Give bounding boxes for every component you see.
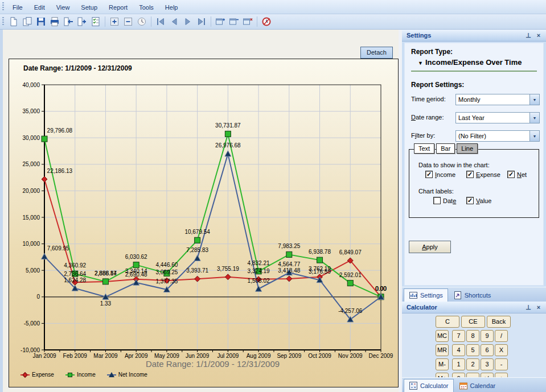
triangle-glyph (109, 372, 114, 377)
add-report-icon[interactable] (214, 15, 227, 28)
data-to-show-label: Data to show in the chart: (418, 162, 490, 168)
calc-button-8[interactable]: 8 (466, 330, 479, 342)
menu-tools[interactable]: Tools (133, 2, 159, 13)
checkbox-label: Expense (476, 171, 500, 178)
svg-text:7,983.25: 7,983.25 (278, 243, 300, 249)
calc-button-key[interactable]: - (495, 358, 508, 370)
last-record-icon[interactable] (195, 15, 208, 28)
calc-button-3[interactable]: 3 (481, 358, 494, 370)
backup-icon[interactable] (21, 15, 34, 28)
field-row-time-period-: Time period:Monthly▼ (402, 94, 546, 105)
menubar-grip-handle[interactable] (2, 2, 4, 11)
menu-view[interactable]: View (51, 2, 76, 13)
close-icon[interactable]: × (535, 31, 543, 39)
menu-report[interactable]: Report (103, 2, 133, 13)
close-report-icon[interactable] (241, 15, 254, 28)
previous-record-icon[interactable] (168, 15, 180, 28)
calc-button-4[interactable]: 4 (452, 344, 465, 356)
tab-text[interactable]: Text (414, 143, 434, 154)
checklist-icon[interactable] (89, 15, 102, 28)
calc-button-6[interactable]: 6 (481, 344, 494, 356)
calc-button-mr[interactable]: MR (436, 344, 449, 356)
checkbox-income[interactable]: ✓Income (425, 171, 455, 178)
close-icon[interactable]: × (535, 303, 543, 311)
menu-bar: FileEditViewSetupReportToolsHelp (0, 0, 546, 14)
next-record-icon[interactable] (182, 15, 194, 28)
combo-filter-by-[interactable]: (No Filter)▼ (455, 130, 540, 142)
menu-file[interactable]: File (7, 2, 28, 13)
pin-icon[interactable]: ⊥ (524, 303, 532, 311)
calc-button-2[interactable]: 2 (466, 358, 479, 370)
combo-time-period-[interactable]: Monthly▼ (455, 94, 540, 105)
dock-tab-calendar[interactable]: Calendar (454, 379, 501, 392)
chevron-down-icon[interactable]: ▼ (529, 94, 539, 105)
calc-button-mc[interactable]: MC (436, 330, 449, 342)
import-icon[interactable] (62, 15, 75, 28)
calc-button-key[interactable]: / (495, 330, 508, 342)
report-type-selector[interactable]: ▼Income/Expense Over Time (418, 58, 522, 67)
combo-date-range-[interactable]: Last Year▼ (455, 112, 540, 123)
checkbox-box[interactable]: ✓ (466, 197, 474, 204)
checkbox-box[interactable]: ✓ (466, 171, 474, 178)
svg-text:3,176.59: 3,176.59 (309, 269, 331, 275)
first-record-icon[interactable] (154, 15, 167, 28)
calc-button-ce[interactable]: CE (461, 316, 485, 328)
exit-icon[interactable] (260, 15, 273, 28)
history-clock-icon[interactable] (136, 15, 148, 28)
svg-text:Mar 2009: Mar 2009 (93, 353, 118, 359)
calc-button-7[interactable]: 7 (452, 330, 465, 342)
dock-tab-settings[interactable]: Settings (404, 288, 448, 302)
calc-button-m[interactable]: M+ (436, 373, 449, 377)
remove-report-icon[interactable] (228, 15, 240, 28)
pin-icon[interactable]: ⊥ (524, 31, 532, 39)
checkbox-box[interactable]: ✓ (425, 171, 433, 178)
svg-text:-4,257.06: -4,257.06 (338, 308, 363, 314)
tab-bar[interactable]: Bar (436, 143, 455, 154)
save-icon[interactable] (35, 15, 47, 28)
calc-button-1[interactable]: 1 (452, 358, 465, 370)
svg-text:3,324.19: 3,324.19 (248, 268, 270, 274)
calc-button-c[interactable]: C (436, 316, 459, 328)
calc-button-key[interactable]: + (495, 373, 508, 377)
checkbox-date[interactable]: Date (433, 197, 456, 204)
dock-tab-shortcuts[interactable]: Shortcuts (448, 288, 496, 302)
dock-tab-calculator[interactable]: Calculator (404, 379, 454, 392)
svg-text:2,888.17: 2,888.17 (95, 270, 117, 277)
menu-edit[interactable]: Edit (28, 2, 51, 13)
calc-button-key[interactable]: +/- (481, 373, 494, 377)
legend-label: Expense (32, 372, 54, 378)
svg-text:Sep 2009: Sep 2009 (277, 353, 301, 359)
chevron-down-icon[interactable]: ▼ (529, 113, 539, 123)
checkbox-expense[interactable]: ✓Expense (466, 171, 500, 178)
checkbox-box[interactable] (433, 197, 441, 204)
menu-help[interactable]: Help (159, 2, 184, 13)
detach-button[interactable]: Detach (360, 47, 393, 59)
new-file-icon[interactable] (7, 15, 20, 28)
settings-panel-title: Settings (407, 32, 431, 39)
apply-button[interactable]: Apply (409, 241, 451, 253)
calc-button-9[interactable]: 9 (481, 330, 494, 342)
legend-item-expense: Expense (20, 372, 54, 378)
calc-button-5[interactable]: 5 (466, 344, 479, 356)
checkbox-net[interactable]: ✓Net (507, 171, 527, 178)
calculator-dock-tabstrip: CalculatorCalendar (402, 377, 546, 392)
chevron-down-icon[interactable]: ▼ (529, 131, 539, 141)
chevron-down-icon: ▼ (418, 60, 423, 66)
calc-button-back[interactable]: Back (487, 316, 511, 328)
add-window-icon[interactable] (108, 15, 121, 28)
report-area: ▼ Last Year's Income/Expense Detach Date… (0, 30, 399, 392)
toolbar-grip-handle[interactable] (2, 17, 4, 26)
calc-button-0[interactable]: 0 (452, 373, 465, 377)
menu-setup[interactable]: Setup (75, 2, 103, 13)
svg-text:7,285.83: 7,285.83 (186, 247, 208, 253)
remove-window-icon[interactable] (122, 15, 134, 28)
calc-button-m[interactable]: M- (436, 358, 449, 370)
export-icon[interactable] (76, 15, 88, 28)
calc-button-x[interactable]: X (495, 344, 508, 356)
calc-button-key[interactable]: . (466, 373, 479, 377)
checkbox-value[interactable]: ✓Value (466, 197, 491, 204)
tab-line[interactable]: Line (457, 143, 478, 154)
print-icon[interactable] (48, 15, 61, 28)
checkbox-box[interactable]: ✓ (507, 171, 515, 178)
svg-text:4,564.77: 4,564.77 (278, 261, 300, 267)
